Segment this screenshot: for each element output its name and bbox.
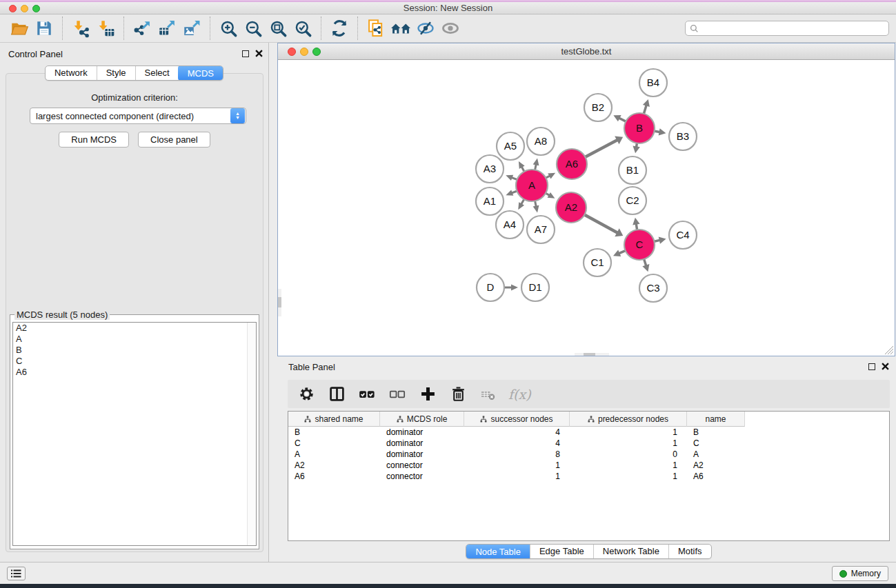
criterion-dropdown[interactable]: largest connected component (directed) ▲… (30, 108, 246, 124)
control-panel-tabbar: NetworkStyleSelectMCDS (45, 65, 223, 81)
zoom-out-icon[interactable] (241, 17, 266, 40)
deselect-all-icon[interactable] (387, 384, 408, 405)
search-field[interactable] (685, 21, 889, 36)
column-header-predecessor-nodes[interactable]: predecessor nodes (570, 412, 687, 427)
network-vertical-scrollbar[interactable] (278, 289, 281, 316)
graph-node-A[interactable]: A (516, 170, 548, 201)
toolbar-separator (321, 17, 321, 40)
memory-button[interactable]: Memory (832, 566, 888, 581)
graph-edge-A6-B[interactable] (585, 139, 619, 157)
column-header-successor-nodes[interactable]: successor nodes (464, 412, 570, 427)
tab-mcds[interactable]: MCDS (178, 65, 223, 81)
mcds-panel: Optimization criterion: largest connecte… (6, 73, 263, 552)
graph-node-C1[interactable]: C1 (584, 249, 611, 276)
zoom-traffic-light[interactable] (32, 5, 40, 12)
refresh-layout-icon[interactable] (327, 17, 352, 40)
column-header-mcds-role[interactable]: MCDS role (380, 412, 464, 427)
graph-node-C2[interactable]: C2 (619, 187, 646, 214)
tab-node-table[interactable]: Node Table (466, 544, 530, 559)
export-image-icon[interactable] (179, 17, 204, 40)
graph-node-A8[interactable]: A8 (527, 128, 555, 155)
graph-node-C3[interactable]: C3 (639, 274, 667, 302)
search-input[interactable] (701, 23, 884, 33)
show-columns-icon[interactable] (326, 384, 347, 405)
network-window-titlebar[interactable]: testGlobe.txt (278, 43, 895, 60)
network-zoom-traffic-light[interactable] (312, 48, 321, 56)
table-row[interactable]: Cdominator41C (288, 438, 889, 449)
graph-node-A5[interactable]: A5 (497, 132, 524, 160)
column-header-shared-name[interactable]: shared name (288, 412, 380, 427)
graph-node-D1[interactable]: D1 (521, 274, 549, 301)
close-panel-icon[interactable] (255, 50, 263, 57)
graph-node-C[interactable]: C (624, 230, 655, 260)
zoom-fit-icon[interactable] (266, 17, 290, 40)
import-network-icon[interactable] (68, 17, 93, 40)
home-networks-icon[interactable] (388, 17, 413, 40)
hide-selected-icon[interactable] (413, 17, 438, 40)
close-traffic-light[interactable] (9, 5, 17, 12)
svg-text:A3: A3 (484, 163, 496, 174)
graph-node-A1[interactable]: A1 (476, 187, 504, 215)
svg-text:D1: D1 (528, 281, 541, 293)
table-row[interactable]: A2connector11A2 (288, 460, 889, 471)
table-row[interactable]: Adominator80A (288, 449, 889, 460)
graph-node-C4[interactable]: C4 (669, 221, 697, 249)
close-panel-button[interactable]: Close panel (138, 132, 210, 148)
mcds-result-item[interactable]: A6 (13, 367, 256, 378)
zoom-in-icon[interactable] (216, 17, 241, 40)
result-list-scrollbar[interactable] (247, 323, 256, 545)
graph-node-B2[interactable]: B2 (584, 94, 612, 121)
delete-columns-icon[interactable] (448, 384, 468, 405)
mcds-result-item[interactable]: A2 (13, 323, 256, 334)
graph-node-B4[interactable]: B4 (639, 69, 667, 97)
add-column-icon[interactable] (417, 384, 438, 405)
float-panel-icon[interactable] (242, 50, 249, 57)
mcds-result-item[interactable]: C (13, 356, 256, 367)
graph-node-A3[interactable]: A3 (476, 155, 504, 183)
select-all-icon[interactable] (357, 384, 377, 405)
network-close-traffic-light[interactable] (288, 48, 296, 56)
mcds-result-item[interactable]: B (13, 345, 256, 356)
graph-arrowhead (506, 190, 513, 195)
mcds-result-item[interactable]: A (13, 334, 256, 345)
close-table-panel-icon[interactable] (882, 363, 889, 370)
tab-style[interactable]: Style (97, 66, 135, 80)
tab-motifs[interactable]: Motifs (668, 545, 711, 558)
graph-node-A2[interactable]: A2 (556, 192, 586, 223)
export-table-icon[interactable] (155, 17, 179, 40)
tab-network[interactable]: Network (46, 66, 97, 80)
tab-network-table[interactable]: Network Table (593, 545, 668, 558)
network-canvas[interactable]: B4B2B3A8A5A3B1A1C2A4A7C4C1C3DD1BA6AA2C (278, 60, 895, 356)
network-minimize-traffic-light[interactable] (300, 48, 308, 56)
new-network-from-file-icon[interactable] (364, 17, 388, 40)
graph-node-B1[interactable]: B1 (619, 156, 646, 184)
minimize-traffic-light[interactable] (21, 5, 28, 12)
tab-edge-table[interactable]: Edge Table (530, 545, 593, 558)
open-file-icon[interactable] (7, 17, 32, 40)
graph-node-A7[interactable]: A7 (527, 216, 555, 243)
run-mcds-button[interactable]: Run MCDS (59, 132, 129, 148)
task-history-button[interactable] (7, 567, 26, 580)
table-mode-gear-icon[interactable] (296, 384, 317, 405)
tab-select[interactable]: Select (135, 66, 179, 80)
graph-edge-A2-C[interactable] (584, 214, 618, 233)
table-header-row: shared nameMCDS rolesuccessor nodesprede… (288, 412, 889, 427)
column-header-name[interactable]: name (687, 412, 745, 427)
import-table-icon[interactable] (93, 17, 118, 40)
mcds-result-list[interactable]: A2ABCA6 (12, 322, 257, 546)
save-session-icon[interactable] (32, 17, 57, 40)
float-table-panel-icon[interactable] (868, 363, 875, 370)
network-horizontal-scrollbar[interactable] (575, 353, 609, 356)
table-row[interactable]: A6connector11A6 (288, 471, 889, 482)
network-graph[interactable]: B4B2B3A8A5A3B1A1C2A4A7C4C1C3DD1BA6AA2C (278, 60, 895, 355)
graph-node-D[interactable]: D (477, 274, 504, 301)
graph-node-A4[interactable]: A4 (496, 211, 524, 239)
graph-node-A6[interactable]: A6 (557, 149, 587, 179)
export-network-icon[interactable] (130, 17, 155, 40)
table-row[interactable]: Bdominator41B (288, 427, 889, 438)
graph-node-B[interactable]: B (624, 113, 655, 143)
graph-node-B3[interactable]: B3 (669, 123, 697, 150)
zoom-selected-icon[interactable] (290, 17, 315, 40)
graph-edge-B-B4[interactable] (644, 105, 646, 114)
resize-grip-icon[interactable] (885, 346, 894, 355)
